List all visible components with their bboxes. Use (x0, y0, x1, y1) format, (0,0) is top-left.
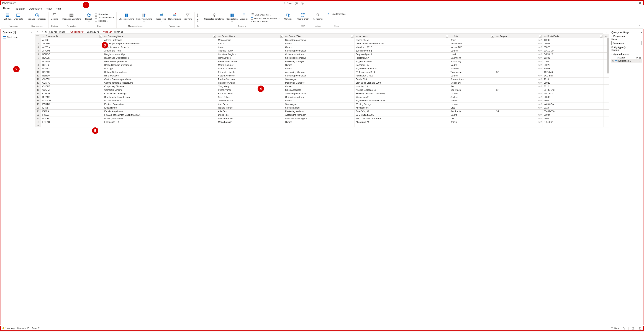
step-navigation[interactable]: ✕ Navigation 1 (612, 59, 642, 62)
table-row[interactable]: 19EASTCEastern ConnectionAnn DevonSales … (35, 102, 609, 106)
table-row[interactable]: 22FISSAFISSA Fabrica Inter. Salchichas S… (35, 113, 609, 117)
cell[interactable]: Av. dos Lusíadas, 23 (354, 88, 449, 92)
cell[interactable]: Alfreds Futterkiste (103, 38, 217, 42)
cell[interactable]: Frédérique Citeaux (217, 60, 284, 63)
cell[interactable]: Eastern Connection (103, 102, 217, 106)
cell[interactable]: Ann Devon (217, 102, 284, 106)
cell[interactable]: London (449, 102, 495, 106)
cell[interactable]: Folk och fä HB (103, 120, 217, 124)
grid-view-button[interactable] (631, 327, 635, 330)
cell[interactable] (217, 124, 284, 128)
table-row[interactable]: 25 (35, 124, 609, 128)
row-number[interactable]: 14 (35, 85, 41, 88)
cell[interactable]: Sales Representative (284, 38, 355, 42)
remove-rows-button[interactable]: Remove rows⌵ (168, 12, 182, 23)
cell[interactable]: London (449, 74, 495, 78)
properties-button[interactable]: Properties (94, 13, 114, 16)
cell[interactable]: Patricio Simpson (217, 78, 284, 81)
cell[interactable]: Buenos Aires (449, 78, 495, 81)
type-icon[interactable]: ABc (104, 35, 107, 38)
cell[interactable]: BERGS (41, 52, 103, 56)
cell[interactable]: Madrid (449, 113, 495, 117)
cell[interactable]: WX1 6LT (543, 92, 604, 95)
cell[interactable]: 24, place Kléber (354, 60, 449, 63)
cell[interactable]: DUMON (41, 99, 103, 102)
cell[interactable]: Sao Paulo (449, 110, 495, 113)
cell[interactable]: Berglunds snabbköp (103, 52, 217, 56)
cell[interactable]: Chop-suey Chinese (103, 85, 217, 88)
cell[interactable]: Sierras de Granada 9993 (354, 81, 449, 85)
cell[interactable]: 05023 (543, 46, 604, 49)
cell[interactable]: null (495, 67, 543, 70)
type-icon[interactable]: ABc (356, 35, 359, 38)
type-icon[interactable]: ABc (450, 35, 453, 38)
cell[interactable]: Blauer See Delikatessen (103, 56, 217, 60)
cell[interactable]: EC2 5NT (543, 74, 604, 78)
cell[interactable]: Comércio Mineiro (103, 88, 217, 92)
tab-view[interactable]: View (46, 7, 52, 11)
collapse-queries-icon[interactable]: ‹ (31, 31, 32, 34)
table-row[interactable]: 21FAMIAFamilia ArquibaldoAria CruzMarket… (35, 110, 609, 113)
cell[interactable]: Owner (284, 63, 355, 67)
cell[interactable]: null (495, 56, 543, 60)
step-source[interactable]: Source (612, 56, 642, 59)
cell[interactable]: null (495, 106, 543, 110)
row-number[interactable]: 6 (35, 56, 41, 60)
cell[interactable]: Martín Sommer (217, 63, 284, 67)
cell[interactable]: BLONP (41, 60, 103, 63)
cell[interactable]: Elizabeth Lincoln (217, 70, 284, 74)
cell[interactable]: Sales Representative (284, 92, 355, 95)
cell[interactable]: México D.F. (449, 46, 495, 49)
cell[interactable]: ALFKI (41, 38, 103, 42)
remove-columns-button[interactable]: Remove columns⌵ (136, 12, 153, 23)
cell[interactable]: Marketing Assistant (284, 110, 355, 113)
cell[interactable]: SP (495, 110, 543, 113)
table-row[interactable]: 16CONSHConsolidated HoldingsElizabeth Br… (35, 92, 609, 95)
table-row[interactable]: 12CACTUCactus Comidas para llevarPatrici… (35, 78, 609, 81)
cell[interactable]: Around the Horn (103, 49, 217, 52)
cell[interactable]: Ana Trujillo Emparedados y helados (103, 42, 217, 46)
row-number[interactable]: 21 (35, 110, 41, 113)
table-row[interactable]: 4AROUTAround the HornThomas HardySales R… (35, 49, 609, 52)
column-header[interactable]: ABcCity (449, 34, 495, 38)
cell[interactable]: WX3 6FW (543, 102, 604, 106)
cell[interactable]: Obere Str. 57 (354, 38, 449, 42)
table-row[interactable]: 11BSBEVB's BeveragesVictoria AshworthSal… (35, 74, 609, 78)
split-column-button[interactable]: Split column⌵ (226, 12, 238, 23)
cell[interactable]: Sales Representative (284, 74, 355, 78)
cell[interactable]: Pedro Afonso (217, 88, 284, 92)
enter-data-button[interactable]: Enter data (13, 12, 24, 21)
column-header[interactable]: ABc (604, 34, 609, 38)
cell[interactable] (41, 124, 103, 128)
properties-section[interactable]: Properties (612, 35, 642, 38)
cell[interactable]: null (495, 120, 543, 124)
cell[interactable]: Sales Representative (284, 49, 355, 52)
row-number[interactable]: 20 (35, 106, 41, 110)
cell[interactable]: C/ Moralzarzal, 86 (354, 113, 449, 117)
ai-insights-button[interactable]: AI insights (312, 12, 323, 21)
cell[interactable]: Sao Paulo (449, 88, 495, 92)
cell[interactable]: Bräcke (449, 120, 495, 124)
cell[interactable]: Mannheim (449, 56, 495, 60)
cell[interactable]: S-958 22 (543, 52, 604, 56)
table-row[interactable]: 10BOTTMBottom-Dollar MarketsElizabeth Li… (35, 70, 609, 74)
column-header[interactable]: ABcContactTitle (284, 34, 355, 38)
cell[interactable]: 05432-043 (543, 88, 604, 92)
cell[interactable] (284, 124, 355, 128)
cell[interactable]: Åkergatan 24 (354, 120, 449, 124)
search-input[interactable] (287, 2, 360, 5)
cell[interactable]: FISSA Fabrica Inter. Salchichas S.A. (103, 113, 217, 117)
cell[interactable]: Marseille (449, 67, 495, 70)
search-box[interactable] (282, 1, 362, 5)
cell[interactable]: null (495, 52, 543, 56)
cell[interactable]: Hanna Moos (217, 56, 284, 60)
cell[interactable]: Sales Associate (284, 88, 355, 92)
table-row[interactable]: 15COMMIComércio MineiroPedro AfonsoSales… (35, 88, 609, 92)
diagram-view-button[interactable] (622, 327, 626, 330)
cell[interactable]: Sales Manager (284, 106, 355, 110)
cell[interactable]: Martine Rancé (217, 117, 284, 120)
cell[interactable]: Sales Agent (284, 78, 355, 81)
cell[interactable]: Avda. de la Constitución 2222 (354, 42, 449, 46)
cell[interactable]: 59000 (543, 117, 604, 120)
table-row[interactable]: 17DRACDDrachenblut DelikatessenSven Ottl… (35, 95, 609, 99)
